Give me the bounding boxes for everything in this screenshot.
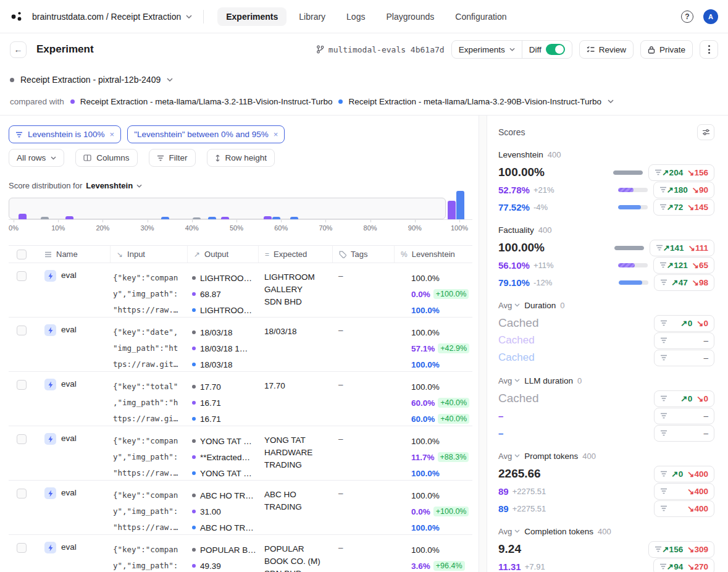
table-row[interactable]: eval{"key":"date","img_path":"https://ra… — [9, 318, 472, 372]
filter-button[interactable]: Filter — [149, 149, 196, 167]
input-line: "https://raw.… — [113, 519, 187, 536]
column-header-output[interactable]: ↗Output — [187, 246, 258, 263]
filter-chip[interactable]: "Levenshtein" between 0% and 95%× — [127, 125, 285, 143]
improvements-count: ↗94 — [667, 561, 683, 571]
tab-library[interactable]: Library — [290, 7, 334, 26]
regressions-count: ↘65 — [692, 260, 708, 270]
row-height-button[interactable]: Row height — [207, 149, 275, 167]
comparison-experiment[interactable]: Receipt Extraction - meta-llama/Llama-3.… — [70, 97, 333, 106]
comparison-dot-icon — [70, 99, 75, 104]
output-dot-icon — [192, 292, 196, 296]
aggregation-selector[interactable]: Avg — [498, 376, 520, 385]
score-distribution-chart[interactable] — [9, 198, 472, 219]
score-filter-chip[interactable]: – — [654, 425, 714, 442]
row-checkbox[interactable] — [17, 434, 27, 444]
select-all-checkbox[interactable] — [17, 250, 27, 259]
output-line: **Extracted… — [192, 449, 258, 465]
table-row[interactable]: eval{"key":"total","img_path":"https://r… — [9, 372, 472, 426]
review-button[interactable]: Review — [579, 40, 634, 59]
comparison-experiment[interactable]: Receipt Extraction - meta-llama/Llama-3.… — [338, 97, 601, 106]
score-filter-chip[interactable]: ↗141↘111 — [650, 240, 714, 256]
tab-experiments[interactable]: Experiments — [217, 7, 287, 26]
score-filter-chip[interactable]: ↗156↘309 — [648, 541, 714, 558]
regressions-count: ↘111 — [688, 243, 708, 253]
score-filter-chip[interactable]: ↗94↘270 — [653, 558, 714, 572]
more-options-button[interactable] — [700, 40, 718, 59]
diff-label: Diff — [529, 45, 542, 54]
columns-icon — [83, 154, 91, 161]
score-name: Factuality — [498, 225, 534, 235]
filter-icon — [660, 277, 667, 288]
aggregation-selector[interactable]: Avg — [498, 527, 520, 536]
private-button[interactable]: Private — [640, 40, 693, 59]
column-header-expected[interactable]: =Expected — [258, 246, 332, 263]
help-icon[interactable]: ? — [681, 11, 693, 23]
input-line: {"key":"total" — [113, 379, 187, 395]
score-value: 77.52% — [498, 202, 530, 212]
score-distribution-selector[interactable]: Score distribution for Levenshtein — [9, 181, 472, 190]
score-filter-chip[interactable]: ↗0↘0 — [654, 390, 714, 407]
row-name-cell: eval — [38, 542, 110, 572]
filter-icon — [659, 204, 667, 210]
aggregation-selector[interactable]: Avg — [498, 301, 520, 310]
experiment-selector[interactable]: Receipt Extraction - pixtral-12b-2409 — [10, 70, 718, 89]
score-filter-chip[interactable]: – — [654, 332, 714, 349]
score-filter-chip[interactable]: ↗0↘0 — [654, 315, 714, 332]
score-row: Cached↗0↘0 — [498, 390, 714, 407]
score-filter-chip[interactable]: – — [654, 350, 714, 366]
score-filter-chip[interactable]: ↗47↘98 — [654, 274, 714, 291]
output-dot-icon — [192, 510, 196, 513]
table-row[interactable]: eval{"key":"company","img_path":"https:/… — [9, 263, 472, 318]
tick-mark — [459, 220, 460, 222]
row-output-cell: LIGHTROO…68.87LIGHTROO… — [187, 270, 258, 318]
experiments-dropdown[interactable]: Experiments — [452, 41, 522, 58]
score-filter-chip[interactable]: – — [654, 408, 714, 424]
aggregation-selector[interactable]: Avg — [498, 452, 520, 461]
score-filter-chip[interactable]: ↗121↘65 — [653, 257, 714, 274]
tab-logs[interactable]: Logs — [338, 7, 374, 26]
score-value: 11.7% — [411, 453, 435, 462]
output-line: 18/03/18 — [192, 356, 258, 372]
column-header-levenshtein[interactable]: %Levenshtein — [394, 246, 472, 263]
score-filter-chip[interactable]: ↗72↘145 — [653, 199, 714, 216]
row-checkbox[interactable] — [17, 271, 27, 281]
score-filter-chip[interactable]: ↘400 — [654, 500, 714, 517]
score-row: 79.10%-12%↗47↘98 — [498, 274, 714, 291]
row-checkbox[interactable] — [17, 543, 27, 553]
score-filter-chip[interactable]: ↗180↘90 — [653, 182, 714, 198]
remove-filter-icon[interactable]: × — [274, 130, 278, 139]
score-filter-chip[interactable]: ↗204↘156 — [648, 164, 714, 181]
score-filter-chip[interactable]: ↘400 — [654, 483, 714, 500]
row-checkbox[interactable] — [17, 326, 27, 335]
scores-settings-button[interactable] — [697, 124, 714, 140]
column-header-tags[interactable]: Tags — [332, 246, 394, 263]
chevron-down-icon — [167, 78, 173, 82]
back-button[interactable]: ← — [10, 41, 27, 58]
remove-filter-icon[interactable]: × — [110, 130, 115, 139]
row-checkbox[interactable] — [17, 380, 27, 390]
table-row[interactable]: eval{"key":"company","img_path":"https:/… — [9, 535, 472, 572]
filter-chip[interactable]: Levenshtein is 100%× — [9, 125, 121, 143]
avatar[interactable]: A — [703, 9, 718, 24]
tab-playgrounds[interactable]: Playgrounds — [377, 7, 443, 26]
column-header-name[interactable]: Name — [38, 246, 110, 263]
distribution-selection[interactable] — [9, 198, 446, 219]
tab-configuration[interactable]: Configuration — [446, 7, 515, 26]
score-filter-chip[interactable]: ↗0↘400 — [654, 466, 714, 482]
table-row[interactable]: eval{"key":"company","img_path":"https:/… — [9, 426, 472, 481]
filter-icon — [660, 320, 667, 326]
all-rows-button[interactable]: All rows — [9, 149, 64, 167]
bolt-icon — [48, 327, 54, 334]
columns-button[interactable]: Columns — [75, 149, 137, 167]
score-line: 60.0%+40.0% — [411, 395, 472, 411]
table-row[interactable]: eval{"key":"company","img_path":"https:/… — [9, 481, 472, 535]
tick-label: 20% — [96, 224, 109, 232]
pane-divider[interactable] — [479, 116, 487, 572]
column-header-input[interactable]: ↘Input — [110, 246, 187, 263]
tag-icon — [339, 251, 346, 258]
filter-icon — [660, 279, 667, 285]
diff-toggle[interactable] — [546, 44, 565, 55]
breadcrumb[interactable]: braintrustdata.com / Receipt Extraction — [32, 12, 192, 22]
row-checkbox[interactable] — [17, 489, 27, 498]
chevron-down-icon[interactable] — [608, 99, 614, 103]
